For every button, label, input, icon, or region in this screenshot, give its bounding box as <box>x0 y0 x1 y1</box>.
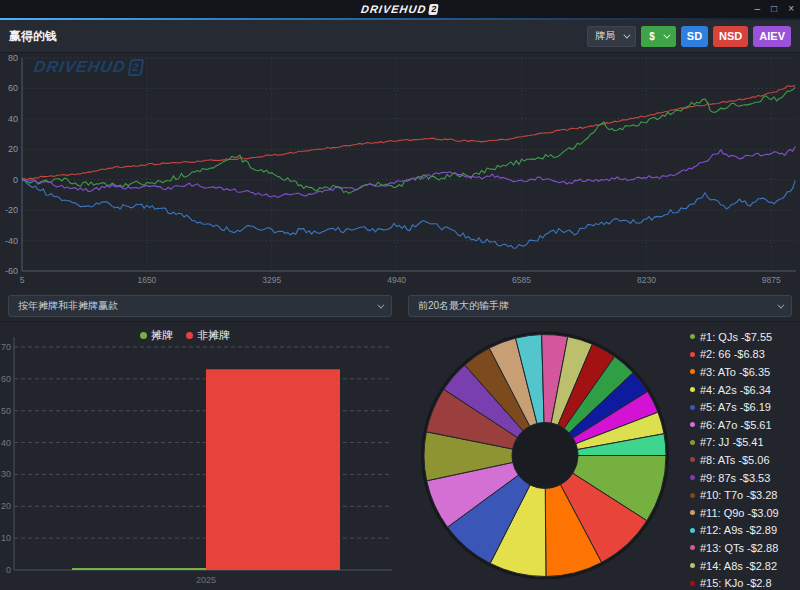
legend-dot <box>690 352 695 357</box>
svg-text:3295: 3295 <box>262 275 281 285</box>
svg-text:50: 50 <box>1 406 11 416</box>
legend-dot <box>690 387 695 392</box>
pie-legend-item: #8: ATs -$5.06 <box>690 451 779 469</box>
legend-label: #1: QJs -$7.55 <box>700 331 772 343</box>
logo-version-badge: 2 <box>429 4 440 15</box>
bar-chart-legend: 摊牌 非摊牌 <box>0 328 370 343</box>
legend-label: #11: Q9o -$3.09 <box>700 507 779 519</box>
legend-label: #10: T7o -$3.28 <box>700 489 777 501</box>
svg-text:9875: 9875 <box>762 275 781 285</box>
legend-dot <box>690 422 695 427</box>
svg-text:70: 70 <box>1 342 11 352</box>
winnings-line-chart-panel: 5165032954940658582309875-60-40-20020406… <box>0 53 800 291</box>
legend-dot <box>690 581 695 586</box>
svg-text:80: 80 <box>8 53 18 63</box>
svg-text:-60: -60 <box>5 266 18 276</box>
currency-select[interactable]: $ <box>641 26 676 47</box>
showdown-bar-chart-panel: 0102030405060702025 摊牌 非摊牌 <box>0 322 400 590</box>
pie-legend-item: #5: A7s -$6.19 <box>690 398 779 416</box>
showdown-legend-label: 摊牌 <box>151 328 173 343</box>
winnings-line-chart: 5165032954940658582309875-60-40-20020406… <box>0 53 800 291</box>
svg-text:5: 5 <box>20 275 25 285</box>
currency-select-value: $ <box>649 31 655 42</box>
minimize-icon[interactable]: – <box>755 4 761 14</box>
legend-label: #4: A2s -$6.34 <box>700 384 771 396</box>
non-showdown-legend-label: 非摊牌 <box>197 328 230 343</box>
legend-label: #13: QTs -$2.88 <box>700 542 778 554</box>
game-type-select-value: 牌局 <box>595 29 615 43</box>
pie-legend-item: #15: KJo -$2.8 <box>690 574 779 590</box>
legend-label: #3: ATo -$6.35 <box>700 366 770 378</box>
legend-dot <box>690 563 695 568</box>
legend-label: #9: 87s -$3.53 <box>700 472 770 484</box>
svg-text:-40: -40 <box>5 236 18 246</box>
svg-text:6585: 6585 <box>512 275 531 285</box>
showdown-bar-chart: 0102030405060702025 <box>0 322 400 590</box>
app-window: DRIVEHUD 2 – □ × 赢得的钱 牌局 $ SD NSD AIEV 5… <box>0 0 800 590</box>
showdown-report-dropdown-value: 按年摊牌和非摊牌赢款 <box>18 299 118 313</box>
legend-label: #12: A9s -$2.89 <box>700 524 777 536</box>
chevron-down-icon <box>777 301 784 308</box>
legend-showdown: 摊牌 <box>140 328 173 343</box>
svg-text:-20: -20 <box>5 205 18 215</box>
showdown-report-dropdown[interactable]: 按年摊牌和非摊牌赢款 <box>8 295 392 317</box>
svg-text:20: 20 <box>1 501 11 511</box>
bottom-panels: 0102030405060702025 摊牌 非摊牌 #1: QJs -$7.5… <box>0 322 800 590</box>
pie-legend-item: #6: A7o -$5.61 <box>690 416 779 434</box>
legend-dot <box>690 369 695 374</box>
top-losing-hands-dropdown[interactable]: 前20名最大的输手牌 <box>408 295 792 317</box>
pie-legend-item: #1: QJs -$7.55 <box>690 328 779 346</box>
game-type-select[interactable]: 牌局 <box>587 26 636 47</box>
svg-text:60: 60 <box>1 374 11 384</box>
pie-legend-item: #2: 66 -$6.83 <box>690 346 779 364</box>
logo-text: DRIVEHUD <box>360 3 427 15</box>
svg-text:40: 40 <box>1 438 11 448</box>
svg-text:8230: 8230 <box>637 275 656 285</box>
sd-toggle-button[interactable]: SD <box>681 26 708 47</box>
legend-label: #5: A7s -$6.19 <box>700 401 771 413</box>
legend-dot <box>690 457 695 462</box>
legend-dot <box>690 493 695 498</box>
legend-non-showdown: 非摊牌 <box>186 328 230 343</box>
legend-label: #2: 66 -$6.83 <box>700 348 765 360</box>
svg-text:2025: 2025 <box>196 575 216 585</box>
pie-legend-item: #9: 87s -$3.53 <box>690 469 779 487</box>
aiev-toggle-button[interactable]: AIEV <box>753 26 791 47</box>
legend-dot <box>690 405 695 410</box>
legend-dot <box>690 545 695 550</box>
pie-chart-legend: #1: QJs -$7.55#2: 66 -$6.83#3: ATo -$6.3… <box>690 328 779 590</box>
pie-legend-item: #4: A2s -$6.34 <box>690 381 779 399</box>
svg-text:4940: 4940 <box>387 275 406 285</box>
svg-text:40: 40 <box>8 114 18 124</box>
chevron-down-icon <box>377 301 384 308</box>
report-toolbar: 赢得的钱 牌局 $ SD NSD AIEV <box>0 20 800 53</box>
pie-legend-item: #3: ATo -$6.35 <box>690 363 779 381</box>
legend-label: #8: ATs -$5.06 <box>700 454 770 466</box>
svg-text:60: 60 <box>8 83 18 93</box>
app-logo: DRIVEHUD 2 <box>360 3 439 15</box>
non-showdown-legend-dot <box>186 332 193 339</box>
window-controls: – □ × <box>755 0 794 18</box>
svg-text:10: 10 <box>1 533 11 543</box>
legend-dot <box>690 510 695 515</box>
pie-legend-item: #7: JJ -$5.41 <box>690 434 779 452</box>
svg-text:0: 0 <box>13 175 18 185</box>
legend-label: #6: A7o -$5.61 <box>700 419 772 431</box>
losing-hands-pie-panel: #1: QJs -$7.55#2: 66 -$6.83#3: ATo -$6.3… <box>400 322 800 590</box>
showdown-legend-dot <box>140 332 147 339</box>
pie-legend-item: #13: QTs -$2.88 <box>690 539 779 557</box>
maximize-icon[interactable]: □ <box>771 4 777 14</box>
svg-text:1650: 1650 <box>137 275 156 285</box>
title-bar: DRIVEHUD 2 – □ × <box>0 0 800 18</box>
legend-dot <box>690 334 695 339</box>
svg-text:20: 20 <box>8 144 18 154</box>
page-title: 赢得的钱 <box>9 28 57 45</box>
filter-row: 按年摊牌和非摊牌赢款 前20名最大的输手牌 <box>0 291 800 322</box>
legend-dot <box>690 528 695 533</box>
svg-text:0: 0 <box>6 565 11 575</box>
close-icon[interactable]: × <box>788 4 794 14</box>
nsd-toggle-button[interactable]: NSD <box>713 26 748 47</box>
pie-legend-item: #14: A8s -$2.82 <box>690 557 779 575</box>
legend-label: #15: KJo -$2.8 <box>700 577 772 589</box>
pie-legend-item: #11: Q9o -$3.09 <box>690 504 779 522</box>
